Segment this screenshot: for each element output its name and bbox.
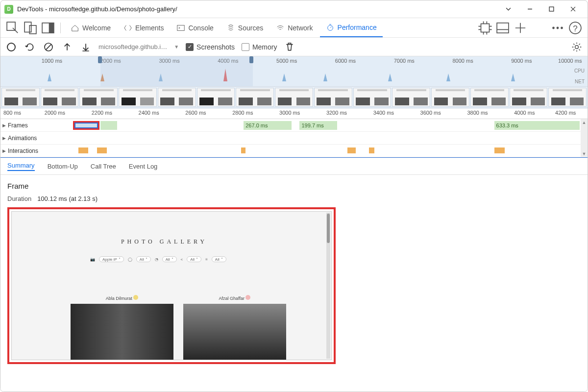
interaction-block[interactable] — [369, 147, 374, 153]
ruler-tick: 3800 ms — [467, 110, 488, 116]
scroll-up-icon[interactable]: ▲ — [582, 120, 587, 125]
svg-rect-0 — [549, 7, 554, 11]
interactions-track[interactable]: ▶Interactions — [0, 145, 588, 157]
selected-frame-block[interactable] — [73, 121, 99, 130]
filmstrip-thumb[interactable] — [41, 88, 79, 107]
window-titlebar: D DevTools - microsoftedge.github.io/Dem… — [0, 0, 588, 18]
record-button[interactable] — [5, 41, 17, 53]
screenshots-checkbox[interactable]: ✓Screenshots — [186, 43, 235, 51]
tab-sources[interactable]: Sources — [220, 19, 269, 37]
svg-point-15 — [7, 43, 15, 51]
close-button[interactable] — [562, 1, 584, 17]
filmstrip-thumb[interactable] — [353, 88, 392, 107]
screenshot-filmstrip[interactable] — [0, 87, 588, 108]
add-tab-icon[interactable] — [512, 20, 529, 36]
chevron-down-icon[interactable] — [497, 1, 519, 17]
cpu-chip-icon[interactable] — [477, 20, 493, 36]
maximize-button[interactable] — [540, 1, 562, 17]
tab-network[interactable]: Network — [270, 19, 318, 37]
selection-handle-right[interactable] — [249, 56, 253, 63]
tab-bottom-up[interactable]: Bottom-Up — [48, 163, 78, 170]
expand-icon[interactable]: ▶ — [2, 148, 6, 153]
selection-handle-left[interactable] — [98, 56, 102, 63]
preview-page-title: PHOTO GALLERY — [12, 238, 317, 245]
preview-photo-card: Afzal Ghaffar — [183, 295, 286, 360]
more-icon[interactable] — [549, 20, 566, 36]
filmstrip-thumb[interactable] — [314, 88, 352, 107]
scroll-down-icon[interactable]: ▼ — [582, 151, 587, 156]
filmstrip-thumb[interactable] — [510, 88, 548, 107]
filmstrip-thumb[interactable] — [158, 88, 196, 107]
detail-tracks: ▶Frames 267.0 ms 199.7 ms 633.3 ms ▶Anim… — [0, 119, 588, 157]
interaction-block[interactable] — [494, 147, 505, 153]
tab-summary[interactable]: Summary — [7, 162, 35, 171]
trash-icon[interactable] — [284, 41, 295, 53]
settings-gear-icon[interactable] — [571, 41, 583, 53]
svg-rect-2 — [24, 22, 31, 32]
recording-url[interactable]: microsoftedge.github.i… — [98, 43, 167, 50]
filmstrip-thumb[interactable] — [431, 88, 469, 107]
interaction-block[interactable] — [241, 147, 245, 153]
preview-filter-bar: 📷 Apple iP ˅ ◯ All ˅ ◔ All ˅ < All ˅ ≡ A… — [90, 256, 243, 263]
summary-panel: Frame Duration 100.12 ms (at 2.13 s) PHO… — [0, 175, 588, 392]
tab-welcome-label: Welcome — [82, 24, 111, 32]
tab-call-tree[interactable]: Call Tree — [91, 163, 116, 170]
filmstrip-thumb[interactable] — [119, 88, 157, 107]
help-icon[interactable]: ? — [567, 20, 584, 36]
dock-side-icon[interactable] — [40, 20, 56, 36]
tab-event-log[interactable]: Event Log — [129, 163, 158, 170]
tracks-scrollbar[interactable]: ▲▼ — [581, 119, 588, 157]
cpu-spike — [511, 74, 515, 81]
animations-track[interactable]: ▶Animations — [0, 132, 588, 145]
device-toggle-icon[interactable] — [22, 20, 39, 36]
filmstrip-thumb[interactable] — [197, 88, 235, 107]
performance-toolbar: microsoftedge.github.i… ▼ ✓Screenshots M… — [0, 38, 588, 56]
minimize-button[interactable] — [519, 1, 540, 17]
frame-block[interactable] — [100, 121, 118, 130]
reload-record-button[interactable] — [24, 41, 36, 53]
tab-elements-label: Elements — [135, 24, 164, 32]
frames-track[interactable]: ▶Frames 267.0 ms 199.7 ms 633.3 ms — [0, 119, 588, 132]
tab-elements[interactable]: Elements — [118, 19, 170, 37]
load-profile-button[interactable] — [61, 41, 73, 53]
filmstrip-thumb[interactable] — [1, 88, 40, 107]
frame-block[interactable]: 633.3 ms — [494, 121, 580, 130]
memory-checkbox[interactable]: Memory — [242, 43, 277, 51]
tab-console[interactable]: Console — [171, 19, 219, 37]
dropdown-chevron-icon[interactable]: ▼ — [174, 44, 179, 49]
overview-tick: 8000 ms — [452, 58, 473, 64]
expand-icon[interactable]: ▶ — [2, 123, 6, 128]
inspect-icon[interactable] — [4, 20, 21, 36]
interaction-block[interactable] — [78, 147, 88, 153]
filmstrip-thumb[interactable] — [236, 88, 274, 107]
expand-icon[interactable]: ▶ — [2, 136, 6, 141]
ruler-tick: 2600 ms — [185, 110, 206, 116]
filmstrip-thumb[interactable] — [548, 88, 587, 107]
cpu-spike — [446, 74, 450, 81]
frame-block[interactable]: 267.0 ms — [244, 121, 292, 130]
app-favicon: D — [4, 5, 13, 14]
save-profile-button[interactable] — [80, 41, 92, 53]
filmstrip-thumb[interactable] — [275, 88, 313, 107]
tab-performance[interactable]: Performance — [320, 19, 383, 37]
window-title: DevTools - microsoftedge.github.io/Demos… — [17, 5, 177, 13]
detail-time-ruler[interactable]: 800 ms 2000 ms 2200 ms 2400 ms 2600 ms 2… — [0, 108, 588, 119]
camera-icon: 📷 — [90, 257, 95, 262]
overview-timeline[interactable]: 1000 ms 2000 ms 3000 ms 4000 ms 5000 ms … — [0, 56, 588, 87]
details-tabstrip: Summary Bottom-Up Call Tree Event Log — [0, 157, 588, 175]
drawer-icon[interactable] — [494, 20, 511, 36]
filmstrip-thumb[interactable] — [79, 88, 118, 107]
svg-rect-8 — [481, 24, 490, 32]
frame-block[interactable]: 199.7 ms — [299, 121, 337, 130]
clear-button[interactable] — [43, 41, 54, 53]
interaction-block[interactable] — [347, 147, 355, 153]
preview-scrollbar — [326, 213, 330, 359]
overview-selection[interactable] — [100, 56, 253, 86]
share-icon: < — [181, 257, 183, 262]
tab-welcome[interactable]: Welcome — [65, 19, 117, 37]
filmstrip-thumb[interactable] — [470, 88, 509, 107]
interaction-block[interactable] — [97, 147, 107, 153]
ruler-tick: 2200 ms — [92, 110, 112, 116]
filmstrip-thumb[interactable] — [392, 88, 430, 107]
tab-network-label: Network — [288, 24, 313, 32]
